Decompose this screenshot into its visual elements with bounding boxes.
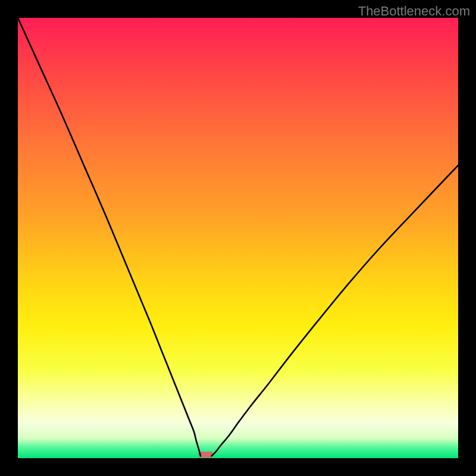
chart-svg [18, 18, 458, 458]
chart-frame: TheBottleneck.com [0, 0, 476, 476]
watermark-text: TheBottleneck.com [358, 4, 470, 19]
plot-area [18, 18, 458, 458]
gradient-background [18, 18, 458, 458]
